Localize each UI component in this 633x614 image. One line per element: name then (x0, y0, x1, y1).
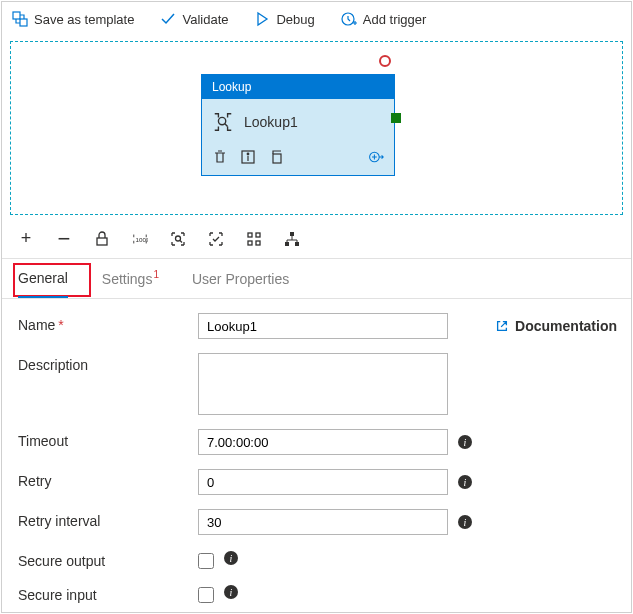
retry-interval-input[interactable] (198, 509, 448, 535)
info-icon[interactable]: i (224, 551, 238, 565)
general-form: Name* Description Timeout i Retry i Retr… (2, 299, 631, 614)
svg-text:100%: 100% (136, 235, 148, 242)
svg-rect-14 (256, 241, 260, 245)
node-type-label: Lookup (202, 75, 394, 99)
svg-point-3 (218, 117, 225, 124)
delete-icon[interactable] (212, 149, 228, 165)
clock-plus-icon (341, 11, 357, 27)
design-canvas[interactable]: Lookup Lookup1 (10, 41, 623, 215)
debug-button[interactable]: Debug (254, 11, 314, 27)
svg-rect-8 (97, 238, 107, 245)
info-icon[interactable]: i (458, 475, 472, 489)
play-icon (254, 11, 270, 27)
secure-output-label: Secure output (18, 549, 198, 569)
save-template-label: Save as template (34, 12, 134, 27)
svg-rect-0 (13, 12, 20, 19)
tab-general[interactable]: General (18, 260, 68, 298)
svg-rect-16 (285, 242, 289, 246)
tab-user-properties[interactable]: User Properties (192, 261, 289, 297)
auto-layout-icon[interactable] (208, 231, 224, 247)
save-template-icon (12, 11, 28, 27)
info-brackets-icon[interactable] (240, 149, 256, 165)
svg-rect-15 (290, 232, 294, 236)
svg-rect-6 (273, 154, 281, 163)
zoom-out-button[interactable]: − (56, 231, 72, 247)
connection-handle[interactable] (391, 113, 401, 123)
svg-rect-12 (256, 233, 260, 237)
svg-point-10 (176, 236, 181, 241)
info-icon[interactable]: i (458, 435, 472, 449)
add-trigger-button[interactable]: Add trigger (341, 11, 427, 27)
zoom-in-button[interactable]: + (18, 231, 34, 247)
retry-label: Retry (18, 469, 198, 489)
copy-icon[interactable] (268, 149, 284, 165)
validate-label: Validate (182, 12, 228, 27)
svg-point-5 (247, 153, 249, 155)
lookup-icon (212, 111, 234, 133)
timeout-input[interactable] (198, 429, 448, 455)
add-output-icon[interactable] (368, 149, 384, 165)
info-icon[interactable]: i (458, 515, 472, 529)
activity-node-lookup[interactable]: Lookup Lookup1 (201, 74, 395, 176)
retry-input[interactable] (198, 469, 448, 495)
info-icon[interactable]: i (224, 585, 238, 599)
validate-button[interactable]: Validate (160, 11, 228, 27)
settings-error-badge: 1 (153, 269, 159, 280)
tab-settings[interactable]: Settings1 (102, 261, 158, 297)
properties-tabs: General Settings1 User Properties (2, 259, 631, 299)
canvas-toolbar: + − 100% (2, 219, 631, 259)
grid-icon[interactable] (246, 231, 262, 247)
secure-input-checkbox[interactable] (198, 587, 214, 603)
save-template-button[interactable]: Save as template (12, 11, 134, 27)
secure-output-checkbox[interactable] (198, 553, 214, 569)
svg-rect-1 (20, 19, 27, 26)
svg-rect-13 (248, 241, 252, 245)
validation-error-dot (379, 55, 391, 67)
debug-label: Debug (276, 12, 314, 27)
name-label: Name* (18, 313, 198, 333)
timeout-label: Timeout (18, 429, 198, 449)
documentation-link[interactable]: Documentation (495, 318, 617, 334)
lock-icon[interactable] (94, 231, 110, 247)
check-icon (160, 11, 176, 27)
svg-rect-17 (295, 242, 299, 246)
fit-screen-icon[interactable] (170, 231, 186, 247)
secure-input-label: Secure input (18, 583, 198, 603)
name-input[interactable] (198, 313, 448, 339)
external-link-icon (495, 319, 509, 333)
description-input[interactable] (198, 353, 448, 415)
zoom-100-icon[interactable]: 100% (132, 231, 148, 247)
description-label: Description (18, 353, 198, 373)
svg-rect-11 (248, 233, 252, 237)
retry-interval-label: Retry interval (18, 509, 198, 529)
top-toolbar: Save as template Validate Debug Add trig… (2, 2, 631, 36)
hierarchy-icon[interactable] (284, 231, 300, 247)
node-title: Lookup1 (244, 114, 298, 130)
add-trigger-label: Add trigger (363, 12, 427, 27)
